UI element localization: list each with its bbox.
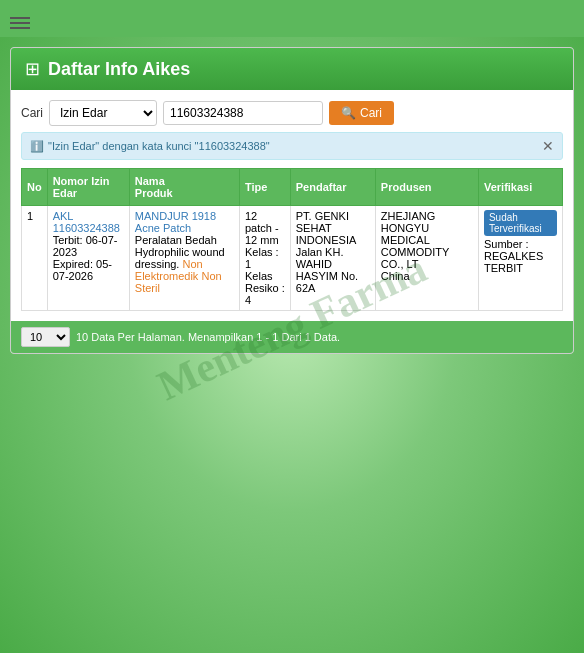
pendaftar-address: Jalan KH. WAHID HASYIM No. 62A [296,246,370,294]
hamburger-menu[interactable] [10,17,30,29]
card-body: Cari Izin Edar Nama Produk Produsen 🔍 Ca… [11,90,573,321]
col-verifikasi: Verifikasi [478,169,562,206]
info-icon: ℹ️ [30,140,44,153]
info-bar-text: ℹ️ "Izin Edar" dengan kata kunci "116033… [30,140,270,153]
non-elektromedik: Non Elektromedik [135,258,203,282]
card-header: ⊞ Daftar Info Aikes [11,48,573,90]
produsen-negara: China [381,270,473,282]
pagination-info: 10 Data Per Halaman. Menampilkan 1 - 1 D… [76,331,340,343]
col-nama-produk: NamaProduk [129,169,239,206]
kelas1-value: Kelas : 1 [245,246,285,270]
keterangan-value: Peralatan Bedah Hydrophilic wound dressi… [135,234,234,294]
per-page-select[interactable]: 10 25 50 100 [21,327,70,347]
nomor-izin-edar-value[interactable]: AKL 11603324388 [53,210,124,234]
terbit-value: Terbit: 06-07-2023 [53,234,124,258]
col-produsen: Produsen [375,169,478,206]
top-bar [0,0,584,37]
col-tipe: Tipe [239,169,290,206]
cell-pendaftar: PT. GENKI SEHAT INDONESIA Jalan KH. WAHI… [290,206,375,311]
search-label: Cari [21,106,43,120]
produsen-name: ZHEJIANG HONGYU MEDICAL COMMODITY CO., L… [381,210,473,270]
expired-value: Expired: 05-07-2026 [53,258,124,282]
data-table: No Nomor IzinEdar NamaProduk Tipe Pendaf… [21,168,563,311]
search-button-label: Cari [360,106,382,120]
cell-verifikasi: Sudah Terverifikasi Sumber : REGALKES TE… [478,206,562,311]
cell-tipe: 12 patch - 12 mm Kelas : 1 Kelas Resiko … [239,206,290,311]
col-no: No [22,169,48,206]
cell-produsen: ZHEJIANG HONGYU MEDICAL COMMODITY CO., L… [375,206,478,311]
grid-icon: ⊞ [25,58,40,80]
col-pendaftar: Pendaftar [290,169,375,206]
search-button[interactable]: 🔍 Cari [329,101,394,125]
cell-nomor-izin-edar: AKL 11603324388 Terbit: 06-07-2023 Expir… [47,206,129,311]
search-row: Cari Izin Edar Nama Produk Produsen 🔍 Ca… [21,100,563,126]
page-title: Daftar Info Aikes [48,59,190,80]
search-icon: 🔍 [341,106,356,120]
main-content: ⊞ Daftar Info Aikes Cari Izin Edar Nama … [0,37,584,364]
cell-no: 1 [22,206,48,311]
table-header-row: No Nomor IzinEdar NamaProduk Tipe Pendaf… [22,169,563,206]
nama-produk-value[interactable]: MANDJUR 1918 Acne Patch [135,210,234,234]
table-footer: 10 25 50 100 10 Data Per Halaman. Menamp… [11,321,573,353]
tipe-value: 12 patch - 12 mm [245,210,285,246]
verifikasi-badge: Sudah Terverifikasi [484,210,557,236]
col-nomor-izin-edar: Nomor IzinEdar [47,169,129,206]
info-bar: ℹ️ "Izin Edar" dengan kata kunci "116033… [21,132,563,160]
cell-nama-produk: MANDJUR 1918 Acne Patch Peralatan Bedah … [129,206,239,311]
search-input[interactable] [163,101,323,125]
info-bar-message: "Izin Edar" dengan kata kunci "116033243… [48,140,270,152]
pendaftar-name: PT. GENKI SEHAT INDONESIA [296,210,370,246]
main-card: ⊞ Daftar Info Aikes Cari Izin Edar Nama … [10,47,574,354]
search-type-select[interactable]: Izin Edar Nama Produk Produsen [49,100,157,126]
verifikasi-sumber: Sumber : REGALKES TERBIT [484,238,543,274]
table-row: 1 AKL 11603324388 Terbit: 06-07-2023 Exp… [22,206,563,311]
kelas2-value: Kelas Resiko : 4 [245,270,285,306]
info-bar-close[interactable]: ✕ [542,138,554,154]
